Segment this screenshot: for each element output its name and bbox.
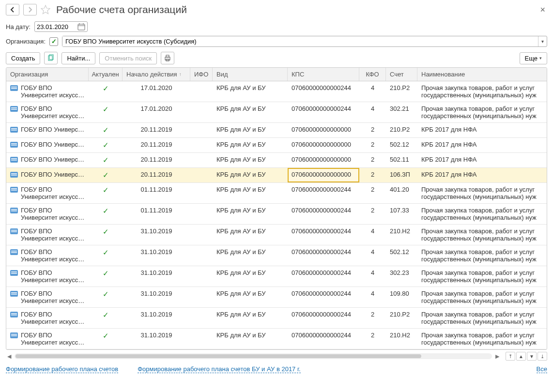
svg-rect-29 [11, 190, 17, 191]
date-input[interactable] [37, 23, 76, 30]
table-row[interactable]: ГОБУ ВПОУниверситет искусст... ✓ 31.10.2… [6, 225, 547, 245]
svg-rect-17 [11, 130, 17, 131]
link-all[interactable]: Все [537, 365, 547, 373]
org-select[interactable]: ▾ [62, 36, 547, 47]
cell-vid: КРБ для АУ и БУ [213, 168, 288, 182]
cell-date: 01.11.2019 [123, 204, 190, 224]
horizontal-scrollbar[interactable]: ◀ ▶ ⤒ ▲ ▼ ⤓ [0, 350, 553, 362]
org-line1: ГОБУ ВПО [21, 186, 85, 193]
link-plan-schetov[interactable]: Формирование рабочего плана счетов [6, 365, 118, 373]
org-line2: Университет искусст... [21, 339, 85, 346]
org-line2: Университет искусст... [21, 256, 85, 263]
scroll-track[interactable] [15, 353, 492, 359]
copy-icon [47, 54, 55, 62]
table-row[interactable]: ГОБУ ВПОУниверситет искусст... ✓ 31.10.2… [6, 329, 547, 349]
cell-date: 20.11.2019 [123, 138, 190, 152]
col-actual[interactable]: Актуален [89, 68, 123, 81]
cell-vid: КРБ для АУ и БУ [213, 81, 288, 102]
cell-kfo: 4 [359, 225, 386, 245]
svg-rect-20 [11, 145, 17, 146]
table-row[interactable]: ГОБУ ВПОУниверситет искусст... ✓ 17.01.2… [6, 81, 547, 102]
org-line1: ГОБУ ВПО Универси... [21, 126, 85, 133]
org-line2: Университет искусст... [21, 235, 85, 242]
check-icon: ✓ [103, 141, 109, 150]
cell-date: 31.10.2019 [123, 329, 190, 349]
table-row[interactable]: ГОБУ ВПО Универси... ✓ 20.11.2019 КРБ дл… [6, 153, 547, 168]
col-kps[interactable]: КПС [288, 68, 359, 81]
org-line1: ГОБУ ВПО [21, 311, 85, 318]
cell-date: 20.11.2019 [123, 123, 190, 137]
table-row[interactable]: ГОБУ ВПОУниверситет искусст... ✓ 01.11.2… [6, 204, 547, 225]
link-plan-schetov-2017[interactable]: Формирование рабочего плана счетов БУ и … [138, 365, 301, 373]
org-line2: Университет искусст... [21, 214, 85, 221]
goto-bottom-button[interactable]: ⤓ [538, 352, 547, 361]
record-icon [10, 106, 18, 112]
data-table: Организация Актуален Начало действия↑ ИФ… [6, 67, 547, 350]
favorite-star-icon[interactable] [41, 5, 50, 15]
cell-kps: 07060000000000244 [288, 287, 359, 307]
col-date[interactable]: Начало действия↑ [123, 68, 190, 81]
arrow-right-icon [27, 7, 33, 13]
col-schet[interactable]: Счет [386, 68, 417, 81]
date-field[interactable] [34, 21, 88, 32]
col-org[interactable]: Организация [6, 68, 89, 81]
col-name[interactable]: Наименование [417, 68, 547, 81]
cell-ifo [190, 287, 213, 307]
table-row[interactable]: ГОБУ ВПО Универси... ✓ 20.11.2019 КРБ дл… [6, 138, 547, 153]
org-line1: ГОБУ ВПО [21, 332, 85, 339]
cancel-search-button[interactable]: Отменить поиск [99, 52, 157, 64]
table-row[interactable]: ГОБУ ВПОУниверситет искусст... ✓ 17.01.2… [6, 102, 547, 123]
cell-ifo [190, 153, 213, 167]
cell-kfo: 2 [359, 204, 386, 224]
cell-kfo: 2 [359, 138, 386, 152]
svg-rect-19 [11, 143, 17, 144]
check-icon: ✓ [103, 186, 109, 195]
col-ifo[interactable]: ИФО [190, 68, 213, 81]
print-icon [164, 54, 171, 62]
org-input[interactable] [62, 36, 538, 46]
table-row[interactable]: ГОБУ ВПОУниверситет искусст... ✓ 31.10.2… [6, 245, 547, 266]
org-checkbox[interactable]: ✓ [49, 37, 58, 46]
check-icon: ✓ [103, 269, 109, 278]
table-row[interactable]: ГОБУ ВПОУниверситет искусст... ✓ 31.10.2… [6, 308, 547, 329]
create-button[interactable]: Создать [6, 52, 40, 64]
col-kfo[interactable]: КФО [359, 68, 386, 81]
calendar-icon[interactable] [77, 23, 85, 30]
copy-button[interactable] [44, 52, 58, 64]
table-row[interactable]: ГОБУ ВПО Универси... ✓ 20.11.2019 КРБ дл… [6, 123, 547, 138]
cell-vid: КРБ для АУ и БУ [213, 204, 288, 224]
goto-top-button[interactable]: ⤒ [506, 352, 515, 361]
table-row[interactable]: ГОБУ ВПО Универси... ✓ 20.11.2019 КРБ дл… [6, 168, 547, 183]
cell-ifo [190, 183, 213, 203]
more-button[interactable]: Еще [520, 52, 547, 64]
close-button[interactable]: × [538, 5, 547, 15]
check-icon: ✓ [103, 126, 109, 135]
cell-date: 31.10.2019 [123, 225, 190, 245]
table-row[interactable]: ГОБУ ВПОУниверситет искусст... ✓ 01.11.2… [6, 183, 547, 204]
date-label: На дату: [6, 23, 31, 30]
table-row[interactable]: ГОБУ ВПОУниверситет искусст... ✓ 31.10.2… [6, 266, 547, 287]
cell-schet: 210.Р2 [386, 123, 417, 137]
scroll-thumb[interactable] [15, 354, 421, 358]
table-row[interactable]: ГОБУ ВПОУниверситет искусст... ✓ 31.10.2… [6, 287, 547, 308]
org-dropdown-button[interactable]: ▾ [538, 36, 547, 46]
check-icon: ✓ [103, 248, 109, 257]
col-vid[interactable]: Вид [213, 68, 288, 81]
back-button[interactable] [6, 4, 19, 15]
record-icon [10, 172, 18, 178]
arrow-left-icon [10, 7, 15, 13]
print-button[interactable] [161, 52, 174, 64]
scroll-left-icon[interactable]: ◀ [6, 353, 13, 360]
cell-schet: 302.23 [386, 266, 417, 286]
svg-rect-49 [11, 334, 17, 335]
record-icon [10, 228, 18, 234]
scroll-right-icon[interactable]: ▶ [494, 353, 501, 360]
page-title: Рабочие счета организаций [56, 4, 187, 15]
cell-vid: КРБ для АУ и БУ [213, 183, 288, 203]
goto-up-button[interactable]: ▲ [516, 352, 526, 361]
cell-date: 31.10.2019 [123, 308, 190, 328]
forward-button[interactable] [23, 4, 37, 15]
svg-rect-13 [11, 107, 17, 108]
find-button[interactable]: Найти... [61, 52, 95, 64]
goto-down-button[interactable]: ▼ [527, 352, 537, 361]
